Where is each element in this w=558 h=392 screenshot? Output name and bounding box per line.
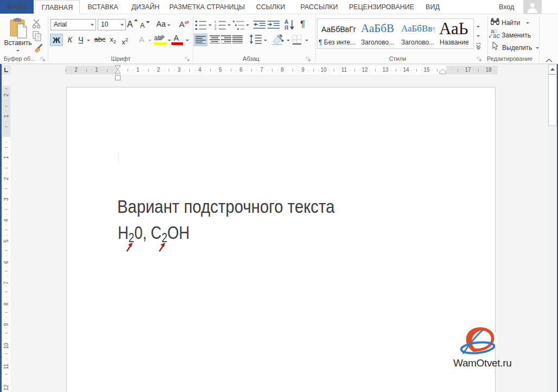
svg-text:Я: Я <box>284 25 288 30</box>
svg-text:А: А <box>284 19 288 25</box>
svg-text:1: 1 <box>214 20 217 23</box>
svg-text:3: 3 <box>214 27 217 30</box>
